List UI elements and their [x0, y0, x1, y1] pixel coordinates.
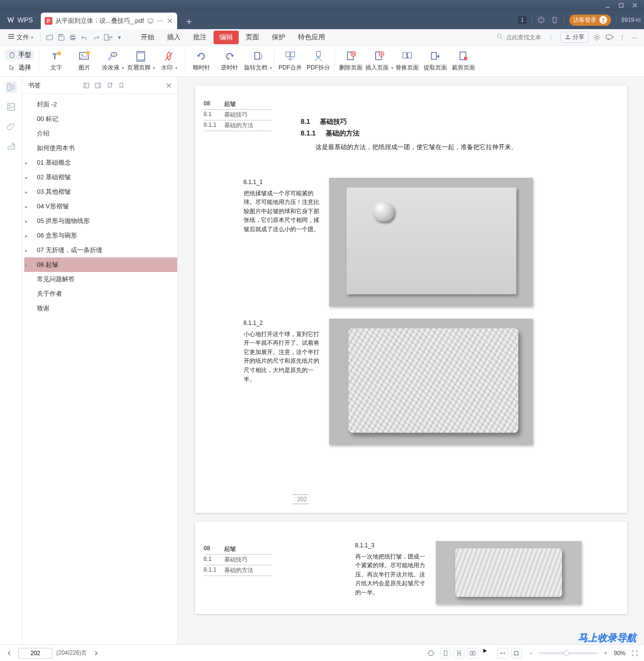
facing-view-button[interactable] [467, 648, 478, 659]
fit-page-button[interactable] [511, 648, 522, 659]
ribbon-text-button[interactable]: T文字 [42, 47, 70, 75]
cursor-icon [8, 64, 16, 71]
ribbon-watermark-button[interactable]: 水印 [155, 47, 183, 75]
file-menu-button[interactable]: 文件 ▾ [5, 31, 36, 44]
bookmark-item-10[interactable]: 07 无折缝，或一条折缝 [24, 243, 177, 257]
reading-mode-icon[interactable] [426, 648, 436, 659]
ribbon-tab-6[interactable]: 特色应用 [292, 31, 331, 44]
ribbon-rot-ccw-button[interactable]: 逆时针 [215, 47, 244, 75]
ribbon-tab-0[interactable]: 开始 [135, 31, 160, 44]
page-number-input[interactable] [18, 648, 52, 659]
tab-close-button[interactable] [166, 17, 173, 24]
bookmark-item-9[interactable]: 06 盒形与碗形 [24, 228, 177, 243]
print-icon[interactable] [68, 33, 78, 42]
ribbon-tab-1[interactable]: 插入 [161, 31, 186, 44]
continuous-view-button[interactable] [454, 648, 464, 659]
bookmark-item-2[interactable]: 介绍 [24, 126, 177, 141]
gear-icon[interactable] [593, 33, 601, 42]
step-2-text: 8.1.1_2小心地打开这个球，直到它打开一半就不再打开了。试着将它更加展开。注… [244, 319, 321, 445]
share-button[interactable]: 分享 [561, 32, 589, 43]
bookmark-item-4[interactable]: 01 基础概念 [24, 155, 177, 170]
notifications-badge[interactable]: 1 [518, 16, 527, 24]
presentation-mode-button[interactable] [482, 648, 494, 659]
open-folder-icon[interactable] [45, 33, 54, 42]
save-icon[interactable] [56, 33, 66, 42]
search-input[interactable] [506, 34, 545, 41]
ribbon-tab-5[interactable]: 保护 [266, 31, 291, 44]
ribbon-replace-page-button[interactable]: 替换页面 [393, 47, 421, 75]
window-maximize-button[interactable] [615, 1, 627, 9]
ribbon-merge-button[interactable]: PDF合并 [276, 47, 304, 75]
panel-close-icon[interactable] [164, 80, 174, 91]
zoom-out-button[interactable]: − [526, 648, 536, 659]
overflow-icon[interactable]: ⋮ [618, 33, 627, 42]
ribbon-tab-4[interactable]: 页面 [240, 31, 265, 44]
thumbnails-icon[interactable] [5, 101, 17, 113]
ribbon-extract-page-button[interactable]: 提取页面 [421, 47, 449, 75]
window-close-button[interactable] [628, 1, 641, 9]
bookmark-mark-icon[interactable] [116, 80, 127, 91]
search-more-icon[interactable]: ⋮ [548, 34, 554, 41]
collapse-ribbon-icon[interactable]: ︿ [630, 33, 639, 42]
document-tab[interactable]: P 从平面到立体：设...叠技巧_.pdf [41, 13, 177, 29]
attachments-icon[interactable] [5, 120, 17, 132]
search-box[interactable]: ⋮ [496, 33, 554, 41]
redo-icon[interactable] [91, 33, 101, 42]
ribbon-split-button[interactable]: PDF拆分 [304, 47, 332, 75]
ribbon-rot-cw-button[interactable]: 顺时针 [187, 47, 215, 75]
bookmark-item-0[interactable]: 封面 -2 [24, 97, 177, 112]
ribbon-redact-button[interactable]: 涂改液 [99, 47, 127, 75]
more-qat-icon[interactable]: ▾ [115, 33, 124, 42]
window-minimize-button[interactable] [601, 1, 614, 9]
bookmark-item-6[interactable]: 03 其他褶皱 [24, 185, 177, 199]
svg-text:T: T [52, 52, 57, 61]
comment-panel-icon[interactable]: ▾ [605, 33, 614, 42]
single-page-view-button[interactable] [440, 648, 451, 659]
prev-page-button[interactable] [4, 648, 15, 659]
tshirt-icon[interactable] [550, 16, 559, 24]
bookmark-item-1[interactable]: 00 标记 [24, 112, 177, 126]
zoom-in-button[interactable]: + [600, 648, 611, 659]
bookmarks-icon[interactable] [5, 82, 17, 93]
bookmark-item-11[interactable]: 08 起皱 [24, 257, 177, 272]
next-page-button[interactable] [91, 648, 101, 659]
wps-home-button[interactable]: WPS [2, 11, 40, 29]
select-tool-button[interactable]: 选择 [5, 62, 34, 73]
document-viewport[interactable]: 08起皱8.1基础技巧8.1.1基础的方法 8.1基础技巧 8.1.1基础的方法… [178, 77, 644, 644]
tab-presentation-icon[interactable] [147, 17, 154, 24]
new-tab-button[interactable]: + [182, 15, 197, 29]
svg-point-7 [158, 20, 159, 21]
bookmark-item-3[interactable]: 如何使用本书 [24, 141, 177, 155]
ribbon-delete-page-button[interactable]: 删除页面 [337, 47, 365, 75]
bookmark-add-icon[interactable] [104, 80, 115, 91]
bookmark-item-13[interactable]: 关于作者 [24, 287, 177, 301]
separator [39, 49, 39, 73]
svg-rect-78 [470, 651, 472, 655]
layers-icon[interactable] [5, 140, 17, 152]
bookmark-item-7[interactable]: 04 V形褶皱 [24, 199, 177, 214]
svg-point-14 [542, 18, 543, 19]
tab-more-icon[interactable] [157, 17, 164, 24]
ribbon-tab-2[interactable]: 批注 [187, 31, 213, 44]
hand-tool-button[interactable]: 手型 [5, 50, 34, 60]
bookmark-collapse-right-icon[interactable] [93, 80, 103, 91]
ribbon-headerfooter-button[interactable]: 页眉页脚 [127, 47, 155, 75]
ribbon-insert-page-button[interactable]: 插入页面 [365, 47, 393, 75]
fullscreen-button[interactable] [629, 648, 640, 659]
ribbon-crop-page-button[interactable]: 裁剪页面 [449, 47, 478, 75]
zoom-slider[interactable] [539, 652, 597, 654]
bookmark-item-5[interactable]: 02 基础褶皱 [24, 170, 177, 185]
ribbon-rot-doc-button[interactable]: 旋转文档 [244, 47, 272, 75]
bookmark-collapse-left-icon[interactable] [81, 80, 92, 91]
fit-width-button[interactable] [497, 648, 508, 659]
ribbon-tab-3[interactable]: 编辑 [214, 31, 239, 44]
bookmark-item-14[interactable]: 致谢 [24, 301, 177, 316]
undo-icon[interactable] [80, 33, 89, 42]
bookmark-item-8[interactable]: 05 拱形与抛物线形 [24, 214, 177, 228]
app-tabstrip: WPS P 从平面到立体：设...叠技巧_.pdf + 1 访客登录 8919-… [0, 11, 644, 29]
export-icon[interactable]: ▾ [103, 33, 113, 42]
skin-icon[interactable] [537, 16, 545, 24]
ribbon-image-button[interactable]: 图片 [70, 47, 99, 75]
bookmark-item-12[interactable]: 常见问题解答 [24, 272, 177, 287]
login-button[interactable]: 访客登录 [569, 15, 611, 26]
